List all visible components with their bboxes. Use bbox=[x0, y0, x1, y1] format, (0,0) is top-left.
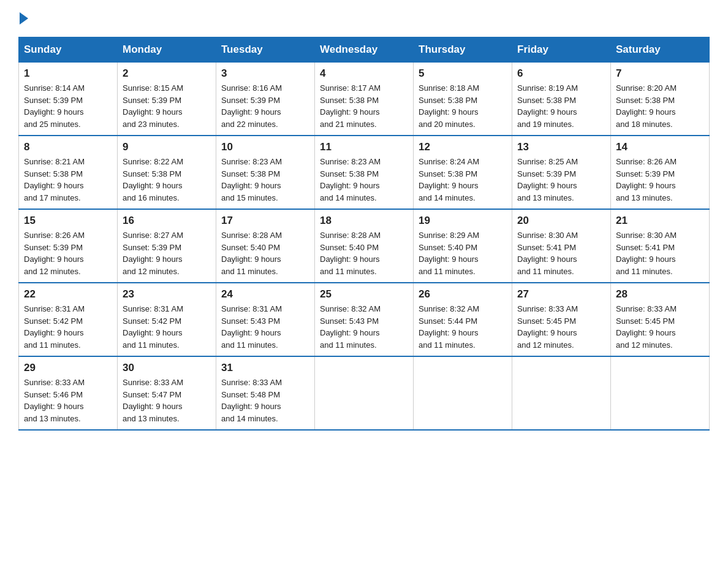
day-number: 16 bbox=[123, 215, 211, 227]
day-info: Sunrise: 8:30 AMSunset: 5:41 PMDaylight:… bbox=[616, 229, 704, 277]
calendar-cell: 25Sunrise: 8:32 AMSunset: 5:43 PMDayligh… bbox=[315, 283, 414, 356]
calendar-cell: 6Sunrise: 8:19 AMSunset: 5:38 PMDaylight… bbox=[512, 63, 611, 136]
day-header-monday: Monday bbox=[118, 37, 216, 63]
day-info: Sunrise: 8:33 AMSunset: 5:45 PMDaylight:… bbox=[616, 303, 704, 351]
day-header-saturday: Saturday bbox=[611, 37, 710, 63]
day-info: Sunrise: 8:32 AMSunset: 5:44 PMDaylight:… bbox=[419, 303, 507, 351]
day-info: Sunrise: 8:33 AMSunset: 5:46 PMDaylight:… bbox=[24, 377, 112, 424]
calendar-cell bbox=[315, 356, 414, 430]
day-info: Sunrise: 8:26 AMSunset: 5:39 PMDaylight:… bbox=[616, 156, 704, 204]
calendar-cell: 21Sunrise: 8:30 AMSunset: 5:41 PMDayligh… bbox=[611, 209, 710, 283]
day-number: 3 bbox=[221, 67, 309, 80]
calendar-cell: 23Sunrise: 8:31 AMSunset: 5:42 PMDayligh… bbox=[118, 283, 216, 356]
calendar-header-row: SundayMondayTuesdayWednesdayThursdayFrid… bbox=[19, 37, 710, 63]
calendar-cell: 20Sunrise: 8:30 AMSunset: 5:41 PMDayligh… bbox=[512, 209, 611, 283]
day-number: 20 bbox=[517, 215, 605, 227]
day-number: 24 bbox=[221, 288, 309, 301]
day-info: Sunrise: 8:25 AMSunset: 5:39 PMDaylight:… bbox=[517, 156, 605, 204]
calendar-table: SundayMondayTuesdayWednesdayThursdayFrid… bbox=[18, 37, 710, 431]
day-number: 19 bbox=[419, 215, 507, 227]
calendar-cell: 22Sunrise: 8:31 AMSunset: 5:42 PMDayligh… bbox=[19, 283, 118, 356]
logo bbox=[18, 12, 28, 25]
day-number: 5 bbox=[419, 67, 507, 80]
day-info: Sunrise: 8:17 AMSunset: 5:38 PMDaylight:… bbox=[320, 82, 408, 130]
calendar-cell: 9Sunrise: 8:22 AMSunset: 5:38 PMDaylight… bbox=[118, 136, 216, 209]
day-info: Sunrise: 8:20 AMSunset: 5:38 PMDaylight:… bbox=[616, 82, 704, 130]
day-info: Sunrise: 8:14 AMSunset: 5:39 PMDaylight:… bbox=[24, 82, 112, 130]
day-number: 13 bbox=[517, 141, 605, 153]
day-info: Sunrise: 8:18 AMSunset: 5:38 PMDaylight:… bbox=[419, 82, 507, 130]
calendar-cell: 16Sunrise: 8:27 AMSunset: 5:39 PMDayligh… bbox=[118, 209, 216, 283]
calendar-cell: 10Sunrise: 8:23 AMSunset: 5:38 PMDayligh… bbox=[216, 136, 315, 209]
day-number: 15 bbox=[24, 215, 112, 227]
day-info: Sunrise: 8:19 AMSunset: 5:38 PMDaylight:… bbox=[517, 82, 605, 130]
day-header-friday: Friday bbox=[512, 37, 611, 63]
calendar-cell: 7Sunrise: 8:20 AMSunset: 5:38 PMDaylight… bbox=[611, 63, 710, 136]
calendar-cell: 12Sunrise: 8:24 AMSunset: 5:38 PMDayligh… bbox=[414, 136, 512, 209]
day-header-tuesday: Tuesday bbox=[216, 37, 315, 63]
day-number: 18 bbox=[320, 215, 408, 227]
calendar-cell bbox=[512, 356, 611, 430]
day-info: Sunrise: 8:26 AMSunset: 5:39 PMDaylight:… bbox=[24, 229, 112, 277]
calendar-cell: 14Sunrise: 8:26 AMSunset: 5:39 PMDayligh… bbox=[611, 136, 710, 209]
day-info: Sunrise: 8:16 AMSunset: 5:39 PMDaylight:… bbox=[221, 82, 309, 130]
day-info: Sunrise: 8:32 AMSunset: 5:43 PMDaylight:… bbox=[320, 303, 408, 351]
day-header-wednesday: Wednesday bbox=[315, 37, 414, 63]
day-number: 14 bbox=[616, 141, 704, 153]
day-info: Sunrise: 8:27 AMSunset: 5:39 PMDaylight:… bbox=[123, 229, 211, 277]
day-number: 17 bbox=[221, 215, 309, 227]
calendar-cell: 1Sunrise: 8:14 AMSunset: 5:39 PMDaylight… bbox=[19, 63, 118, 136]
day-number: 4 bbox=[320, 67, 408, 80]
calendar-cell: 13Sunrise: 8:25 AMSunset: 5:39 PMDayligh… bbox=[512, 136, 611, 209]
day-info: Sunrise: 8:23 AMSunset: 5:38 PMDaylight:… bbox=[221, 156, 309, 204]
day-number: 26 bbox=[419, 288, 507, 301]
calendar-cell: 28Sunrise: 8:33 AMSunset: 5:45 PMDayligh… bbox=[611, 283, 710, 356]
day-info: Sunrise: 8:22 AMSunset: 5:38 PMDaylight:… bbox=[123, 156, 211, 204]
calendar-week-row: 8Sunrise: 8:21 AMSunset: 5:38 PMDaylight… bbox=[19, 136, 710, 209]
day-header-thursday: Thursday bbox=[414, 37, 512, 63]
page-header bbox=[18, 12, 710, 25]
day-number: 22 bbox=[24, 288, 112, 301]
day-info: Sunrise: 8:33 AMSunset: 5:47 PMDaylight:… bbox=[123, 377, 211, 424]
day-number: 23 bbox=[123, 288, 211, 301]
day-number: 25 bbox=[320, 288, 408, 301]
day-number: 11 bbox=[320, 141, 408, 153]
calendar-cell: 27Sunrise: 8:33 AMSunset: 5:45 PMDayligh… bbox=[512, 283, 611, 356]
calendar-cell: 17Sunrise: 8:28 AMSunset: 5:40 PMDayligh… bbox=[216, 209, 315, 283]
day-number: 2 bbox=[123, 67, 211, 80]
day-info: Sunrise: 8:31 AMSunset: 5:43 PMDaylight:… bbox=[221, 303, 309, 351]
logo-blue-part bbox=[18, 12, 28, 25]
day-info: Sunrise: 8:33 AMSunset: 5:45 PMDaylight:… bbox=[517, 303, 605, 351]
calendar-cell: 2Sunrise: 8:15 AMSunset: 5:39 PMDaylight… bbox=[118, 63, 216, 136]
logo-arrow-icon bbox=[20, 12, 28, 25]
calendar-cell: 30Sunrise: 8:33 AMSunset: 5:47 PMDayligh… bbox=[118, 356, 216, 430]
day-info: Sunrise: 8:24 AMSunset: 5:38 PMDaylight:… bbox=[419, 156, 507, 204]
calendar-cell: 4Sunrise: 8:17 AMSunset: 5:38 PMDaylight… bbox=[315, 63, 414, 136]
day-number: 10 bbox=[221, 141, 309, 153]
calendar-cell: 8Sunrise: 8:21 AMSunset: 5:38 PMDaylight… bbox=[19, 136, 118, 209]
calendar-cell: 31Sunrise: 8:33 AMSunset: 5:48 PMDayligh… bbox=[216, 356, 315, 430]
day-number: 29 bbox=[24, 362, 112, 374]
calendar-cell: 18Sunrise: 8:28 AMSunset: 5:40 PMDayligh… bbox=[315, 209, 414, 283]
calendar-cell: 29Sunrise: 8:33 AMSunset: 5:46 PMDayligh… bbox=[19, 356, 118, 430]
day-header-sunday: Sunday bbox=[19, 37, 118, 63]
day-number: 21 bbox=[616, 215, 704, 227]
day-info: Sunrise: 8:30 AMSunset: 5:41 PMDaylight:… bbox=[517, 229, 605, 277]
day-info: Sunrise: 8:31 AMSunset: 5:42 PMDaylight:… bbox=[24, 303, 112, 351]
day-number: 7 bbox=[616, 67, 704, 80]
calendar-week-row: 29Sunrise: 8:33 AMSunset: 5:46 PMDayligh… bbox=[19, 356, 710, 430]
calendar-week-row: 22Sunrise: 8:31 AMSunset: 5:42 PMDayligh… bbox=[19, 283, 710, 356]
day-number: 6 bbox=[517, 67, 605, 80]
day-info: Sunrise: 8:15 AMSunset: 5:39 PMDaylight:… bbox=[123, 82, 211, 130]
day-number: 1 bbox=[24, 67, 112, 80]
calendar-cell bbox=[611, 356, 710, 430]
calendar-cell bbox=[414, 356, 512, 430]
day-info: Sunrise: 8:28 AMSunset: 5:40 PMDaylight:… bbox=[221, 229, 309, 277]
calendar-cell: 3Sunrise: 8:16 AMSunset: 5:39 PMDaylight… bbox=[216, 63, 315, 136]
day-number: 31 bbox=[221, 362, 309, 374]
day-number: 30 bbox=[123, 362, 211, 374]
calendar-cell: 19Sunrise: 8:29 AMSunset: 5:40 PMDayligh… bbox=[414, 209, 512, 283]
day-number: 12 bbox=[419, 141, 507, 153]
day-number: 27 bbox=[517, 288, 605, 301]
day-number: 28 bbox=[616, 288, 704, 301]
